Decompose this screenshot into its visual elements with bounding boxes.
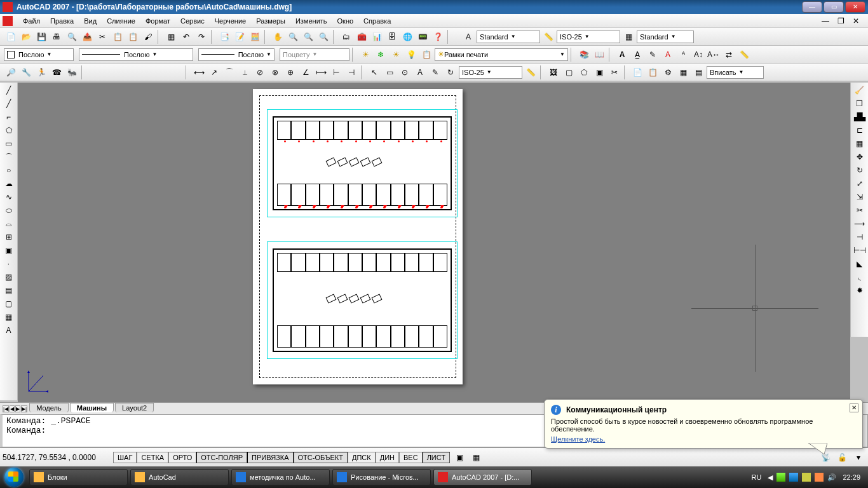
text-spell-icon[interactable]: ᴬ — [676, 48, 690, 62]
markup-icon[interactable]: 📝 — [233, 30, 247, 44]
layer-lock-icon[interactable]: ☀ — [389, 48, 403, 62]
plot-icon[interactable]: 🖶 — [50, 30, 64, 44]
calc-icon[interactable]: 📟 — [416, 30, 430, 44]
copy-obj-icon[interactable]: ❐ — [853, 97, 867, 110]
text-ai-icon[interactable]: A̲ — [630, 48, 644, 62]
scale-icon[interactable]: ⤢ — [853, 177, 867, 190]
layout-tab-Машины[interactable]: Машины — [70, 403, 114, 412]
start-button[interactable] — [0, 466, 28, 488]
break-icon[interactable]: ⊣ — [853, 231, 867, 243]
erase-icon[interactable]: 🧹 — [853, 84, 867, 97]
status-toggle-ОТС-ПОЛЯР[interactable]: ОТС-ПОЛЯР — [196, 452, 247, 463]
view-clip-icon[interactable]: ✂ — [607, 65, 621, 79]
dim-angular-icon[interactable]: ∠ — [299, 65, 313, 79]
dcc-icon[interactable]: 🗂 — [339, 30, 353, 44]
trim-icon[interactable]: ✂ — [853, 204, 867, 217]
dim-arc-icon[interactable]: ⌒ — [222, 65, 236, 79]
explode-icon[interactable]: ✸ — [853, 284, 867, 297]
tablestyle-icon[interactable]: ▦ — [621, 30, 635, 44]
taskbar-item[interactable]: методичка по Auto... — [231, 469, 330, 485]
menu-Размеры[interactable]: Размеры — [251, 16, 290, 26]
zoom-prev-icon[interactable]: 🔍 — [316, 30, 330, 44]
menu-Сервис[interactable]: Сервис — [175, 16, 210, 26]
menu-Правка[interactable]: Правка — [45, 16, 79, 26]
extend-icon[interactable]: ⟶ — [853, 217, 867, 230]
page-setup-icon[interactable]: ⚙ — [661, 65, 675, 79]
region-icon[interactable]: ▢ — [2, 297, 16, 310]
qcalc-icon[interactable]: 🧮 — [248, 30, 262, 44]
taskbar-item[interactable]: AutoCad — [130, 469, 229, 485]
revcloud-icon[interactable]: ☁ — [2, 177, 16, 190]
menu-Справка[interactable]: Справка — [358, 16, 396, 26]
tray-shield-icon[interactable] — [802, 473, 811, 482]
line-icon[interactable]: ╱ — [2, 84, 16, 97]
fillet-icon[interactable]: ◟ — [853, 271, 867, 283]
dim-jog-icon[interactable]: ⊗ — [268, 65, 282, 79]
audit-icon[interactable]: ☎ — [50, 65, 64, 79]
menu-Черчение[interactable]: Черчение — [210, 16, 252, 26]
menu-Вид[interactable]: Вид — [79, 16, 102, 26]
tray-network-icon[interactable] — [776, 473, 785, 482]
tab-nav-button[interactable]: |◀ — [3, 405, 9, 412]
insert-icon[interactable]: ⊞ — [2, 231, 16, 243]
mirror-icon[interactable]: ▟▙ — [853, 111, 867, 123]
view-named-icon[interactable]: 🖼 — [546, 65, 560, 79]
vpscale-combo[interactable]: Вписать▼ — [707, 66, 764, 79]
status-toggle-СЕТКА[interactable]: СЕТКА — [137, 452, 168, 463]
rectangle-icon[interactable]: ▭ — [2, 137, 16, 150]
point-icon[interactable]: · — [2, 257, 16, 270]
status-toggle-ШАГ[interactable]: ШАГ — [113, 452, 137, 463]
undo-icon[interactable]: ↶ — [179, 30, 193, 44]
tray-signal-icon[interactable] — [789, 473, 798, 482]
textstyle-combo[interactable]: Standard▼ — [477, 30, 540, 43]
ellipsearc-icon[interactable]: ⌓ — [2, 217, 16, 230]
dim-baseline-icon[interactable]: ⊢ — [329, 65, 343, 79]
lineweight-combo[interactable]: Послою▼ — [198, 48, 275, 61]
table-icon[interactable]: ▦ — [2, 311, 16, 323]
run-icon[interactable]: 🏃 — [34, 65, 48, 79]
props-icon[interactable]: 📊 — [370, 30, 384, 44]
tab-nav-button[interactable]: ▶| — [21, 405, 27, 412]
paste-icon[interactable]: 📋 — [126, 30, 140, 44]
chamfer-icon[interactable]: ◣ — [853, 257, 867, 270]
render-icon[interactable]: 🌐 — [400, 30, 414, 44]
pline-icon[interactable]: ⌐ — [2, 111, 16, 123]
balloon-link[interactable]: Щелкните здесь. — [551, 435, 605, 443]
dim-radius-icon[interactable]: ⊘ — [253, 65, 267, 79]
dimedit-icon[interactable]: A — [413, 65, 427, 79]
layout-tab-Модель[interactable]: Модель — [29, 403, 68, 412]
rotate-icon[interactable]: ↻ — [853, 164, 867, 177]
mtext-icon[interactable]: A — [2, 324, 16, 337]
tab-nav-button[interactable]: ◀ — [10, 405, 15, 412]
dimstyle-current-combo[interactable]: ISO-25▼ — [459, 66, 522, 79]
view-obj-icon[interactable]: ▣ — [592, 65, 606, 79]
layer-props-icon[interactable]: 📋 — [419, 48, 433, 62]
menu-Окно[interactable]: Окно — [332, 16, 359, 26]
redo-icon[interactable]: ↷ — [194, 30, 208, 44]
cut-icon[interactable]: ✂ — [95, 30, 109, 44]
color-combo[interactable]: Послою▼ — [4, 48, 74, 61]
dim-diameter-icon[interactable]: ⊕ — [283, 65, 297, 79]
minimize-button[interactable]: — — [802, 1, 822, 13]
linetype-combo[interactable]: Послою▼ — [79, 48, 193, 61]
status-toggle-ОТС-ОБЪЕКТ[interactable]: ОТС-ОБЪЕКТ — [294, 452, 348, 463]
view-poly-icon[interactable]: ⬠ — [577, 65, 591, 79]
centermark-icon[interactable]: ⊙ — [398, 65, 412, 79]
layer-freeze-icon[interactable]: ❄ — [374, 48, 388, 62]
qselect-icon[interactable]: 🔎 — [4, 65, 18, 79]
viewport2-icon[interactable]: ▤ — [691, 65, 705, 79]
document-icon[interactable] — [3, 16, 13, 26]
menu-Файл[interactable]: Файл — [18, 16, 45, 26]
pan-icon[interactable]: ✋ — [271, 30, 285, 44]
dim-aligned-icon[interactable]: ↗ — [207, 65, 221, 79]
dimstyle-combo[interactable]: ISO-25▼ — [557, 30, 620, 43]
text-edit-icon[interactable]: ✎ — [646, 48, 660, 62]
new-icon[interactable]: 📄 — [4, 30, 18, 44]
tablestyle-combo[interactable]: Standard▼ — [637, 30, 694, 43]
lock-icon[interactable]: 🔓 — [835, 451, 849, 464]
mdi-restore-button[interactable]: ❐ — [834, 14, 848, 28]
dim-ord-icon[interactable]: ⟂ — [238, 65, 252, 79]
model-paper-toggle-icon[interactable]: ▣ — [452, 451, 466, 464]
dimtedit-icon[interactable]: ✎ — [428, 65, 442, 79]
stretch-icon[interactable]: ⇲ — [853, 191, 867, 203]
